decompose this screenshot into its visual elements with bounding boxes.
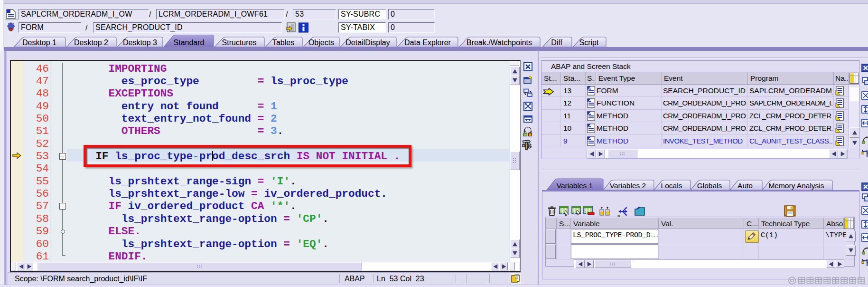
svg-text:Globals: Globals bbox=[697, 182, 722, 190]
svg-text:Desktop 2: Desktop 2 bbox=[74, 38, 108, 47]
svg-text:DetailDisplay: DetailDisplay bbox=[345, 38, 390, 47]
svg-text:Auto: Auto bbox=[737, 182, 753, 190]
svg-text:Desktop 1: Desktop 1 bbox=[22, 38, 56, 47]
svg-text:Data Explorer: Data Explorer bbox=[404, 38, 451, 47]
svg-text:Memory Analysis: Memory Analysis bbox=[768, 182, 824, 190]
svg-text:Break./Watchpoints: Break./Watchpoints bbox=[467, 38, 532, 47]
svg-text:Standard: Standard bbox=[174, 38, 205, 47]
svg-text:Desktop 3: Desktop 3 bbox=[123, 38, 157, 47]
svg-text:Script: Script bbox=[579, 38, 599, 47]
svg-text:Variables 2: Variables 2 bbox=[610, 182, 646, 190]
svg-text:Locals: Locals bbox=[661, 182, 682, 190]
svg-text:Variables 1: Variables 1 bbox=[557, 182, 593, 190]
svg-text:Structures: Structures bbox=[222, 38, 257, 47]
svg-text:Tables: Tables bbox=[272, 38, 294, 47]
svg-text:Diff: Diff bbox=[551, 38, 562, 47]
svg-text:Objects: Objects bbox=[308, 38, 334, 47]
